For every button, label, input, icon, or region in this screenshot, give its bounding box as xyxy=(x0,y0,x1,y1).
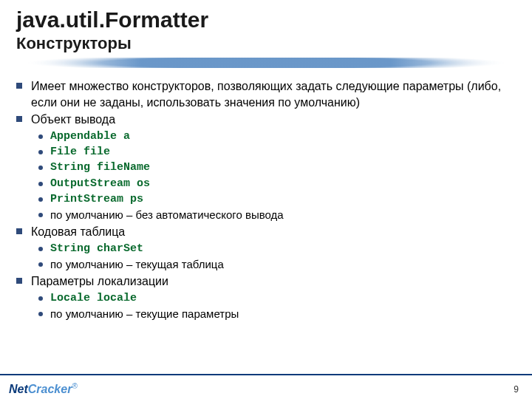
bullet-text: Параметры локализации xyxy=(31,273,516,290)
bullet-item: Имеет множество конструкторов, позволяющ… xyxy=(16,78,516,110)
logo-part1: Net xyxy=(9,383,28,395)
sub-bullet-item: по умолчанию – текущие параметры xyxy=(38,307,516,321)
sub-bullet-item: по умолчанию – без автоматического вывод… xyxy=(38,208,516,222)
logo-part2: Cracker xyxy=(28,383,72,395)
sub-bullet-item: String fileName xyxy=(38,160,516,175)
page-number: 9 xyxy=(514,384,519,395)
square-bullet-icon xyxy=(16,83,22,89)
divider-line xyxy=(16,58,516,68)
dot-bullet-icon xyxy=(38,166,43,170)
square-bullet-icon xyxy=(16,228,22,234)
bullet-text: Имеет множество конструкторов, позволяющ… xyxy=(31,78,516,110)
dot-bullet-icon xyxy=(38,182,43,186)
code-text: PrintStream ps xyxy=(50,192,143,207)
sub-bullet-item: String charSet xyxy=(38,242,516,256)
code-text: File file xyxy=(50,145,110,160)
slide-title: java.util.Formatter xyxy=(16,7,516,33)
code-text: String charSet xyxy=(50,242,143,256)
bullet-text: Объект вывода xyxy=(31,112,516,128)
footer: NetCracker® 9 xyxy=(0,374,532,399)
code-text: String fileName xyxy=(50,160,150,175)
code-text: Locale locale xyxy=(50,291,137,306)
dot-bullet-icon xyxy=(38,312,43,316)
bullet-item: Кодовая таблица xyxy=(16,224,516,240)
code-text: Appendable a xyxy=(50,129,130,144)
sub-bullet-item: File file xyxy=(38,145,516,160)
sub-bullet-item: Appendable a xyxy=(38,129,516,144)
dot-bullet-icon xyxy=(38,150,43,154)
code-text: OutputStream os xyxy=(50,177,150,191)
square-bullet-icon xyxy=(16,278,22,284)
dot-bullet-icon xyxy=(38,197,43,202)
sub-bullet-item: Locale locale xyxy=(38,291,516,306)
footer-divider xyxy=(0,374,532,375)
square-bullet-icon xyxy=(16,116,22,122)
slide: java.util.Formatter Конструкторы Имеет м… xyxy=(0,0,532,321)
sub-bullet-text: по умолчанию – без автоматического вывод… xyxy=(50,208,284,222)
content: Имеет множество конструкторов, позволяющ… xyxy=(16,78,516,321)
sub-bullet-text: по умолчанию – текущие параметры xyxy=(50,307,239,321)
dot-bullet-icon xyxy=(38,262,43,267)
sub-bullet-item: по умолчанию – текущая таблица xyxy=(38,257,516,272)
bullet-item: Объект вывода xyxy=(16,112,516,128)
dot-bullet-icon xyxy=(38,247,43,251)
logo: NetCracker® xyxy=(9,382,78,396)
bullet-item: Параметры локализации xyxy=(16,273,516,290)
dot-bullet-icon xyxy=(38,296,43,301)
bullet-text: Кодовая таблица xyxy=(31,224,516,240)
sub-bullet-item: OutputStream os xyxy=(38,177,516,191)
dot-bullet-icon xyxy=(38,134,43,139)
sub-bullet-text: по умолчанию – текущая таблица xyxy=(50,257,224,272)
dot-bullet-icon xyxy=(38,213,43,217)
sub-bullet-item: PrintStream ps xyxy=(38,192,516,207)
slide-subtitle: Конструкторы xyxy=(16,34,516,53)
logo-registered: ® xyxy=(72,382,77,390)
